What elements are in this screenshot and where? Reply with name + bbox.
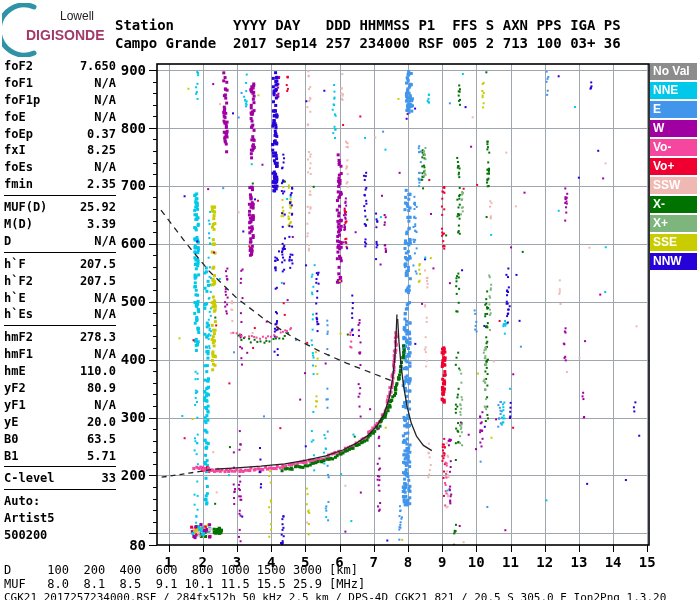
param-row-foep: foEp0.37 bbox=[4, 126, 116, 143]
param-value: 20.0 bbox=[87, 414, 116, 431]
param-label: hmF2 bbox=[4, 329, 33, 346]
muf-row: MUF 8.0 8.1 8.5 9.1 10.1 11.5 15.5 25.9 … bbox=[4, 577, 365, 591]
legend-item-vo: Vo+ bbox=[650, 158, 697, 175]
param-row-b0: B063.5 bbox=[4, 431, 116, 448]
file-info-line: CGK21_2017257234000.RSF / 284fx512h 50 k… bbox=[4, 591, 666, 600]
param-row-hmf1: hmF1N/A bbox=[4, 346, 116, 363]
params-divider bbox=[4, 466, 116, 467]
param-value: 110.0 bbox=[80, 363, 116, 380]
param-row-fof1: foF1N/A bbox=[4, 75, 116, 92]
param-row-fmin: fmin2.35 bbox=[4, 176, 116, 193]
legend-item-e: E bbox=[650, 101, 697, 118]
param-label: foF2 bbox=[4, 58, 33, 75]
param-label: yF2 bbox=[4, 380, 26, 397]
param-value: N/A bbox=[94, 109, 116, 126]
lowell-digisonde-logo: Lowell DIGISONDE bbox=[2, 3, 116, 55]
param-value: 7.650 bbox=[80, 58, 116, 75]
param-label: D bbox=[4, 233, 11, 250]
scaled-parameters-panel: foF27.650foF1N/AfoF1pN/AfoEN/AfoEp0.37fx… bbox=[4, 58, 116, 544]
param-label: foEs bbox=[4, 159, 33, 176]
header-station-table: Station YYYY DAY DDD HHMMSS P1 FFS S AXN… bbox=[115, 16, 621, 52]
legend-item-x: X+ bbox=[650, 215, 697, 232]
param-label: foEp bbox=[4, 126, 33, 143]
param-row-b1: B15.71 bbox=[4, 448, 116, 465]
param-label: C-level bbox=[4, 470, 55, 487]
legend-item-nnw: NNW bbox=[650, 253, 697, 270]
param-row-clevel: C-level33 bbox=[4, 470, 116, 487]
param-value: 33 bbox=[102, 470, 116, 487]
param-label: foE bbox=[4, 109, 26, 126]
logo-text-lowell: Lowell bbox=[60, 9, 94, 23]
param-label: h`F bbox=[4, 256, 26, 273]
param-value: N/A bbox=[94, 397, 116, 414]
legend-item-noval: No Val bbox=[650, 63, 697, 80]
param-value: 207.5 bbox=[80, 273, 116, 290]
param-row-d: DN/A bbox=[4, 233, 116, 250]
param-label: h`E bbox=[4, 290, 26, 307]
param-row-foes: foEsN/A bbox=[4, 159, 116, 176]
logo-text-digisonde: DIGISONDE bbox=[26, 27, 105, 43]
legend-item-w: W bbox=[650, 120, 697, 137]
legend-item-nne: NNE bbox=[650, 82, 697, 99]
param-label: hmF1 bbox=[4, 346, 33, 363]
param-row-foe: foEN/A bbox=[4, 109, 116, 126]
param-value: 8.25 bbox=[87, 142, 116, 159]
param-value: 3.39 bbox=[87, 216, 116, 233]
params-divider bbox=[4, 325, 116, 326]
param-row-fxi: fxI8.25 bbox=[4, 142, 116, 159]
param-label: Artist5 bbox=[4, 510, 55, 527]
param-row-ye: yE20.0 bbox=[4, 414, 116, 431]
param-row-fof1p: foF1pN/A bbox=[4, 92, 116, 109]
param-row-artist5: Artist5 bbox=[4, 510, 116, 527]
param-value: N/A bbox=[94, 75, 116, 92]
param-value: 80.9 bbox=[87, 380, 116, 397]
doppler-direction-legend: No ValNNEEWVo-Vo+SSWX-X+SSENNW bbox=[650, 63, 698, 272]
legend-item-vo: Vo- bbox=[650, 139, 697, 156]
param-value: N/A bbox=[94, 92, 116, 109]
param-label: 500200 bbox=[4, 527, 47, 544]
param-label: yF1 bbox=[4, 397, 26, 414]
param-label: fmin bbox=[4, 176, 33, 193]
muf-distance-table: D 100 200 400 600 800 1000 1500 3000 [km… bbox=[4, 564, 365, 591]
param-row-hf: h`F207.5 bbox=[4, 256, 116, 273]
param-label: Auto: bbox=[4, 493, 40, 510]
param-value: 5.71 bbox=[87, 448, 116, 465]
param-label: B0 bbox=[4, 431, 18, 448]
params-divider bbox=[4, 489, 116, 490]
param-label: foF1 bbox=[4, 75, 33, 92]
param-label: M(D) bbox=[4, 216, 33, 233]
params-divider bbox=[4, 195, 116, 196]
param-row-mufd: MUF(D)25.92 bbox=[4, 199, 116, 216]
legend-item-x: X- bbox=[650, 196, 697, 213]
param-label: fxI bbox=[4, 142, 26, 159]
param-row-yf1: yF1N/A bbox=[4, 397, 116, 414]
param-row-hf2: h`F2207.5 bbox=[4, 273, 116, 290]
param-label: MUF(D) bbox=[4, 199, 47, 216]
param-value: N/A bbox=[94, 346, 116, 363]
param-row-hes: h`EsN/A bbox=[4, 306, 116, 323]
param-value: N/A bbox=[94, 306, 116, 323]
ionogram-window: Lowell DIGISONDE Station YYYY DAY DDD HH… bbox=[0, 0, 700, 600]
param-value: N/A bbox=[94, 290, 116, 307]
param-label: h`F2 bbox=[4, 273, 33, 290]
params-divider bbox=[4, 252, 116, 253]
header-line-1: Station YYYY DAY DDD HHMMSS P1 FFS S AXN… bbox=[115, 17, 621, 33]
param-value: 25.92 bbox=[80, 199, 116, 216]
param-value: 2.35 bbox=[87, 176, 116, 193]
param-label: yE bbox=[4, 414, 18, 431]
param-row-fof2: foF27.650 bbox=[4, 58, 116, 75]
param-row-he: h`EN/A bbox=[4, 290, 116, 307]
legend-item-sse: SSE bbox=[650, 234, 697, 251]
distance-row: D 100 200 400 600 800 1000 1500 3000 [km… bbox=[4, 563, 358, 577]
param-row-hmf2: hmF2278.3 bbox=[4, 329, 116, 346]
param-value: 0.37 bbox=[87, 126, 116, 143]
param-row-yf2: yF280.9 bbox=[4, 380, 116, 397]
param-row-500200: 500200 bbox=[4, 527, 116, 544]
param-row-auto: Auto: bbox=[4, 493, 116, 510]
param-label: foF1p bbox=[4, 92, 40, 109]
param-value: N/A bbox=[94, 159, 116, 176]
param-value: 278.3 bbox=[80, 329, 116, 346]
legend-item-ssw: SSW bbox=[650, 177, 697, 194]
param-label: B1 bbox=[4, 448, 18, 465]
param-label: h`Es bbox=[4, 306, 33, 323]
